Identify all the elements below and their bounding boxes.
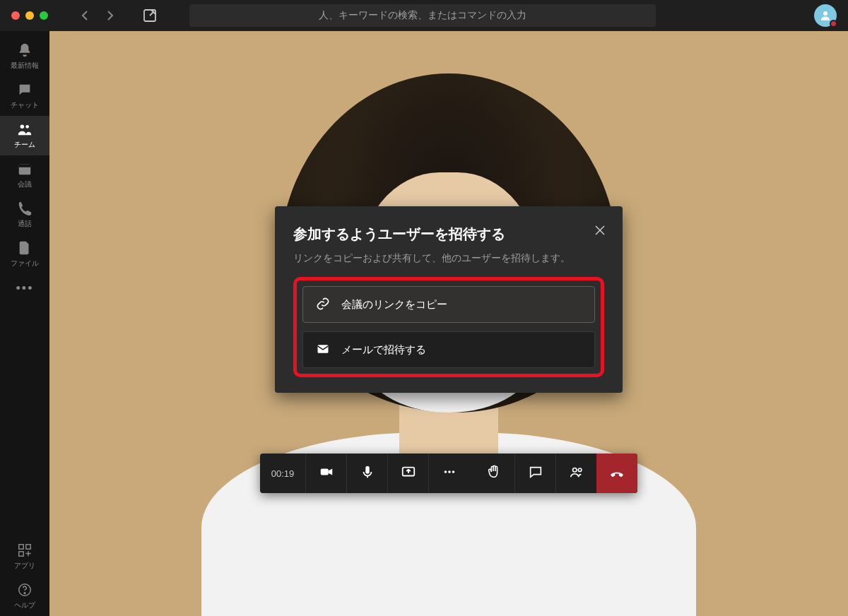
- button-label: 会議のリンクをコピー: [341, 298, 447, 312]
- sidebar-item-label: 最新情報: [11, 61, 39, 71]
- bell-icon: [17, 42, 33, 59]
- sidebar-item-apps[interactable]: アプリ: [0, 537, 49, 576]
- more-icon: [442, 464, 457, 482]
- dialog-close-button[interactable]: [591, 222, 608, 239]
- more-actions-button[interactable]: [428, 454, 469, 493]
- svg-rect-8: [26, 545, 30, 549]
- presence-status: [830, 20, 837, 28]
- window-close[interactable]: [11, 11, 20, 20]
- show-chat-button[interactable]: [514, 454, 555, 493]
- call-timer: 00:19: [260, 454, 305, 493]
- share-icon: [401, 464, 416, 482]
- window-zoom[interactable]: [40, 11, 48, 20]
- annotation-highlight: 会議のリンクをコピー メールで招待する: [293, 277, 604, 377]
- call-controls: 00:19: [260, 454, 637, 493]
- sidebar-item-label: アプリ: [14, 561, 35, 571]
- sidebar-item-files[interactable]: ファイル: [0, 235, 49, 274]
- share-screen-button[interactable]: [387, 454, 428, 493]
- sidebar-item-calls[interactable]: 通話: [0, 195, 49, 235]
- mic-icon: [360, 464, 375, 482]
- link-icon: [316, 297, 330, 313]
- apps-icon: [17, 543, 33, 559]
- toggle-camera-button[interactable]: [305, 454, 346, 493]
- invite-dialog: 参加するようユーザーを招待する リンクをコピーおよび共有して、他のユーザーを招待…: [275, 206, 623, 393]
- svg-point-3: [25, 125, 29, 129]
- nav-back[interactable]: [76, 7, 93, 24]
- hangup-icon: [609, 464, 625, 482]
- meeting-stage: 参加するようユーザーを招待する リンクをコピーおよび共有して、他のユーザーを招待…: [49, 31, 848, 616]
- sidebar-item-activity[interactable]: 最新情報: [0, 37, 49, 76]
- sidebar-item-label: 通話: [18, 219, 32, 229]
- window-minimize[interactable]: [25, 11, 34, 20]
- help-icon: [17, 582, 33, 599]
- svg-rect-15: [320, 468, 328, 475]
- svg-rect-5: [19, 165, 31, 167]
- titlebar: 人、キーワードの検索、またはコマンドの入力: [0, 0, 848, 31]
- sidebar-item-label: チーム: [14, 140, 35, 150]
- email-invite-button[interactable]: メールで招待する: [302, 331, 595, 368]
- toggle-mic-button[interactable]: [346, 454, 387, 493]
- show-participants-button[interactable]: [555, 454, 596, 493]
- svg-point-20: [452, 470, 454, 473]
- phone-icon: [17, 201, 33, 218]
- compose-button[interactable]: [141, 7, 158, 24]
- sidebar-item-chat[interactable]: チャット: [0, 76, 49, 116]
- camera-icon: [319, 464, 334, 482]
- file-icon: [17, 240, 33, 257]
- sidebar-item-label: 会議: [18, 179, 32, 189]
- calendar-icon: [17, 161, 33, 178]
- copy-meeting-link-button[interactable]: 会議のリンクをコピー: [302, 286, 595, 323]
- sidebar-item-help[interactable]: ヘルプ: [0, 576, 49, 616]
- svg-point-22: [578, 468, 582, 472]
- svg-rect-16: [365, 466, 370, 474]
- sidebar-item-label: ファイル: [11, 259, 39, 268]
- svg-point-2: [20, 125, 24, 129]
- hand-icon: [486, 464, 502, 482]
- profile-avatar[interactable]: [814, 4, 837, 27]
- sidebar-item-calendar[interactable]: 会議: [0, 155, 49, 195]
- button-label: メールで招待する: [341, 343, 426, 357]
- svg-point-1: [823, 11, 828, 16]
- chat-icon: [528, 464, 543, 482]
- svg-rect-9: [19, 552, 23, 556]
- sidebar-item-label: ヘルプ: [14, 600, 35, 610]
- people-icon: [569, 464, 584, 482]
- svg-point-11: [24, 593, 25, 594]
- sidebar-item-label: チャット: [11, 100, 39, 110]
- teams-icon: [17, 122, 33, 138]
- sidebar-item-teams[interactable]: チーム: [0, 116, 49, 155]
- raise-hand-button[interactable]: [473, 454, 514, 493]
- svg-point-19: [448, 470, 451, 473]
- svg-rect-7: [19, 545, 23, 549]
- svg-point-21: [572, 468, 577, 473]
- svg-point-18: [444, 470, 447, 473]
- hang-up-button[interactable]: [596, 454, 637, 493]
- sidebar-more[interactable]: •••: [0, 274, 49, 302]
- chat-icon: [17, 82, 33, 99]
- search-placeholder: 人、キーワードの検索、またはコマンドの入力: [319, 9, 526, 22]
- app-rail: 最新情報 チャット チーム 会議 通話 ファイル ••• アプリ: [0, 31, 49, 616]
- search-input[interactable]: 人、キーワードの検索、またはコマンドの入力: [189, 4, 656, 27]
- mail-icon: [316, 342, 330, 358]
- window-controls: [11, 11, 48, 20]
- nav-forward[interactable]: [102, 7, 119, 24]
- dialog-subtitle: リンクをコピーおよび共有して、他のユーザーを招待します。: [293, 251, 604, 266]
- dialog-title: 参加するようユーザーを招待する: [293, 225, 604, 244]
